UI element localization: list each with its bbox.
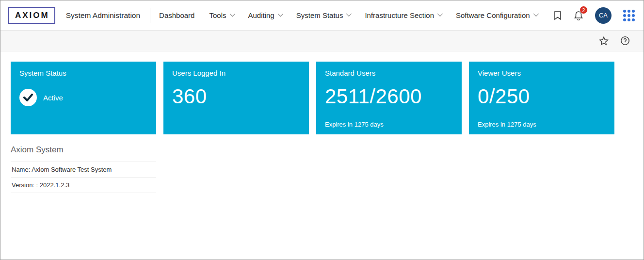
avatar[interactable]: CA — [595, 7, 612, 24]
favorite-button[interactable] — [599, 36, 609, 46]
nav-label: Dashboard — [159, 11, 194, 19]
card-standard-users[interactable]: Standard Users 2511/2600 Expires in 1275… — [316, 62, 462, 134]
card-title: System Status — [19, 69, 147, 77]
check-circle-icon — [19, 89, 37, 106]
nav-label: System Status — [296, 11, 343, 19]
card-expiry-note: Expires in 1275 days — [325, 121, 384, 128]
card-value: 2511/2600 — [325, 85, 453, 108]
nav-label: Software Configuration — [456, 11, 530, 19]
nav-system-status[interactable]: System Status — [296, 11, 351, 19]
top-navigation-bar: AXIOM System Administration Dashboard To… — [0, 0, 644, 31]
summary-cards: System Status Active Users Logged In 360… — [11, 62, 633, 134]
help-icon — [620, 36, 630, 46]
chevron-down-icon — [346, 11, 352, 16]
bookmark-icon — [553, 11, 562, 20]
card-title: Standard Users — [325, 69, 453, 77]
card-value: 0/250 — [478, 85, 606, 108]
card-system-status[interactable]: System Status Active — [11, 62, 156, 134]
notifications-button[interactable]: 2 — [574, 10, 583, 20]
app-title: System Administration — [66, 11, 140, 20]
card-title: Viewer Users — [478, 69, 606, 77]
topbar-actions: 2 CA — [553, 7, 635, 24]
star-icon — [599, 36, 609, 46]
nav-auditing[interactable]: Auditing — [248, 11, 282, 19]
chevron-down-icon — [229, 11, 235, 16]
status-row: Active — [19, 89, 147, 106]
system-name-row: Name: Axiom Software Test System — [11, 162, 156, 177]
bookmark-button[interactable] — [553, 11, 562, 20]
nav-infrastructure-section[interactable]: Infrastructure Section — [365, 11, 441, 19]
main-nav: Dashboard Tools Auditing System Status I… — [159, 11, 537, 19]
card-users-logged-in[interactable]: Users Logged In 360 — [163, 62, 309, 134]
card-expiry-note: Expires in 1275 days — [478, 121, 536, 128]
chevron-down-icon — [277, 11, 283, 16]
nav-label: Auditing — [248, 11, 274, 19]
chevron-down-icon — [533, 11, 538, 16]
help-button[interactable] — [620, 36, 630, 46]
notification-badge: 2 — [580, 6, 588, 14]
system-info-table: Name: Axiom Software Test System Version… — [11, 162, 156, 193]
axiom-logo[interactable]: AXIOM — [8, 7, 55, 24]
nav-label: Tools — [209, 11, 226, 19]
card-value: 360 — [172, 85, 300, 108]
nav-label: Infrastructure Section — [365, 11, 434, 19]
nav-tools[interactable]: Tools — [209, 11, 233, 19]
nav-software-configuration[interactable]: Software Configuration — [456, 11, 537, 19]
divider — [150, 8, 150, 23]
card-title: Users Logged In — [172, 69, 300, 77]
system-version-row: Version: : 2022.1.2.3 — [11, 177, 156, 193]
nav-dashboard[interactable]: Dashboard — [159, 11, 194, 19]
page-toolbar — [0, 31, 644, 51]
system-info-section: Axiom System Name: Axiom Software Test S… — [11, 145, 633, 193]
card-viewer-users[interactable]: Viewer Users 0/250 Expires in 1275 days — [469, 62, 614, 134]
chevron-down-icon — [437, 11, 443, 16]
app-grid-icon[interactable] — [623, 10, 635, 21]
status-value: Active — [43, 94, 63, 102]
dashboard-content: System Status Active Users Logged In 360… — [0, 51, 644, 203]
system-info-title: Axiom System — [11, 145, 633, 155]
